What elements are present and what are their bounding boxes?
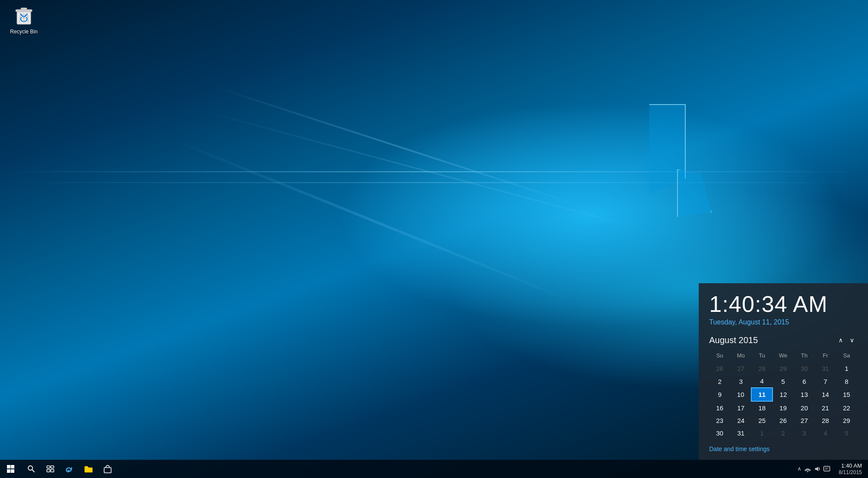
calendar-grid: Su Mo Tu We Th Fr Sa 2627282930311234567… bbox=[709, 350, 858, 439]
taskbar: ∧ 1:40 AM 8/11/2015 bbox=[0, 460, 868, 478]
calendar-day[interactable]: 30 bbox=[794, 362, 815, 375]
calendar-day[interactable]: 30 bbox=[709, 427, 730, 439]
taskbar-clock[interactable]: 1:40 AM 8/11/2015 bbox=[835, 462, 865, 476]
network-icon bbox=[804, 465, 811, 472]
search-button[interactable] bbox=[22, 460, 41, 478]
calendar-day[interactable]: 31 bbox=[815, 362, 836, 375]
calendar-week-row: 9101112131415 bbox=[709, 388, 857, 401]
calendar-day[interactable]: 10 bbox=[730, 388, 752, 401]
explorer-icon bbox=[84, 465, 93, 473]
svg-rect-9 bbox=[51, 466, 54, 468]
calendar-week-row: 2627282930311 bbox=[709, 362, 857, 375]
calendar-day[interactable]: 31 bbox=[730, 427, 752, 439]
svg-rect-2 bbox=[21, 8, 27, 10]
calendar-day[interactable]: 29 bbox=[773, 362, 794, 375]
calendar-day[interactable]: 13 bbox=[794, 388, 815, 401]
calendar-day[interactable]: 17 bbox=[730, 401, 752, 414]
calendar-day[interactable]: 1 bbox=[836, 362, 857, 375]
calendar-day[interactable]: 28 bbox=[751, 362, 773, 375]
day-header-sa: Sa bbox=[836, 350, 857, 362]
calendar-day[interactable]: 11 bbox=[751, 388, 773, 401]
search-icon bbox=[27, 465, 35, 473]
calendar-week-row: 23242526272829 bbox=[709, 414, 857, 427]
recycle-bin[interactable]: Recycle Bin bbox=[4, 4, 43, 36]
calendar-popup: 1:40:34 AM Tuesday, August 11, 2015 Augu… bbox=[699, 283, 868, 460]
calendar-day[interactable]: 18 bbox=[751, 401, 773, 414]
clock-time: 1:40:34 AM bbox=[709, 292, 858, 317]
calendar-day[interactable]: 29 bbox=[836, 414, 857, 427]
calendar-day[interactable]: 26 bbox=[709, 362, 730, 375]
day-header-tu: Tu bbox=[751, 350, 773, 362]
taskbar-time: 1:40 AM bbox=[841, 462, 862, 470]
store-icon bbox=[104, 465, 112, 473]
calendar-day[interactable]: 16 bbox=[709, 401, 730, 414]
calendar-day[interactable]: 27 bbox=[730, 362, 752, 375]
svg-rect-15 bbox=[824, 466, 830, 471]
svg-rect-13 bbox=[104, 468, 111, 473]
svg-rect-8 bbox=[47, 466, 50, 468]
calendar-day[interactable]: 19 bbox=[773, 401, 794, 414]
volume-icon bbox=[814, 465, 821, 472]
calendar-day[interactable]: 26 bbox=[773, 414, 794, 427]
month-year-label: August 2015 bbox=[709, 335, 835, 345]
calendar-day-headers: Su Mo Tu We Th Fr Sa bbox=[709, 350, 857, 362]
calendar-day[interactable]: 14 bbox=[815, 388, 836, 401]
recycle-bin-label: Recycle Bin bbox=[4, 29, 43, 36]
day-header-th: Th bbox=[794, 350, 815, 362]
notification-icon bbox=[823, 465, 830, 472]
calendar-prev-button[interactable]: ∧ bbox=[835, 335, 846, 345]
calendar-day[interactable]: 15 bbox=[836, 388, 857, 401]
calendar-day[interactable]: 21 bbox=[815, 401, 836, 414]
calendar-day[interactable]: 8 bbox=[836, 375, 857, 388]
calendar-day[interactable]: 27 bbox=[794, 414, 815, 427]
tray-chevron-icon[interactable]: ∧ bbox=[797, 465, 802, 472]
store-button[interactable] bbox=[98, 460, 117, 478]
edge-button[interactable] bbox=[60, 460, 79, 478]
calendar-day[interactable]: 20 bbox=[794, 401, 815, 414]
calendar-day[interactable]: 3 bbox=[794, 427, 815, 439]
taskbar-date: 8/11/2015 bbox=[839, 469, 862, 475]
windows-logo-icon bbox=[7, 465, 15, 473]
calendar-day[interactable]: 12 bbox=[773, 388, 794, 401]
calendar-day[interactable]: 3 bbox=[730, 375, 752, 388]
system-tray: ∧ bbox=[794, 465, 834, 472]
file-explorer-button[interactable] bbox=[79, 460, 98, 478]
calendar-day[interactable]: 7 bbox=[815, 375, 836, 388]
calendar-day[interactable]: 23 bbox=[709, 414, 730, 427]
svg-rect-10 bbox=[47, 469, 50, 472]
calendar-week-row: 2345678 bbox=[709, 375, 857, 388]
svg-line-7 bbox=[32, 470, 34, 472]
calendar-day[interactable]: 25 bbox=[751, 414, 773, 427]
calendar-day[interactable]: 5 bbox=[773, 375, 794, 388]
calendar-week-row: 303112345 bbox=[709, 427, 857, 439]
svg-rect-12 bbox=[85, 468, 92, 472]
calendar-body: 2627282930311234567891011121314151617181… bbox=[709, 362, 857, 439]
task-view-button[interactable] bbox=[41, 460, 60, 478]
calendar-day[interactable]: 1 bbox=[751, 427, 773, 439]
day-header-mo: Mo bbox=[730, 350, 752, 362]
calendar-day[interactable]: 28 bbox=[815, 414, 836, 427]
recycle-bin-icon bbox=[13, 4, 35, 27]
taskbar-right: ∧ 1:40 AM 8/11/2015 bbox=[794, 462, 868, 476]
calendar-day[interactable]: 22 bbox=[836, 401, 857, 414]
calendar-day[interactable]: 6 bbox=[794, 375, 815, 388]
calendar-day[interactable]: 2 bbox=[773, 427, 794, 439]
day-header-fr: Fr bbox=[815, 350, 836, 362]
calendar-next-button[interactable]: ∨ bbox=[846, 335, 858, 345]
calendar-day[interactable]: 4 bbox=[751, 375, 773, 388]
task-view-icon bbox=[46, 465, 54, 473]
calendar-week-row: 16171819202122 bbox=[709, 401, 857, 414]
svg-point-14 bbox=[807, 471, 808, 472]
edge-icon bbox=[65, 465, 74, 473]
calendar-day[interactable]: 5 bbox=[836, 427, 857, 439]
calendar-header: August 2015 ∧ ∨ bbox=[709, 335, 858, 345]
calendar-day[interactable]: 24 bbox=[730, 414, 752, 427]
clock-date: Tuesday, August 11, 2015 bbox=[709, 318, 858, 326]
calendar-day[interactable]: 2 bbox=[709, 375, 730, 388]
day-header-su: Su bbox=[709, 350, 730, 362]
day-header-we: We bbox=[773, 350, 794, 362]
calendar-day[interactable]: 4 bbox=[815, 427, 836, 439]
calendar-day[interactable]: 9 bbox=[709, 388, 730, 401]
start-button[interactable] bbox=[0, 460, 22, 478]
date-time-settings-link[interactable]: Date and time settings bbox=[709, 445, 769, 452]
